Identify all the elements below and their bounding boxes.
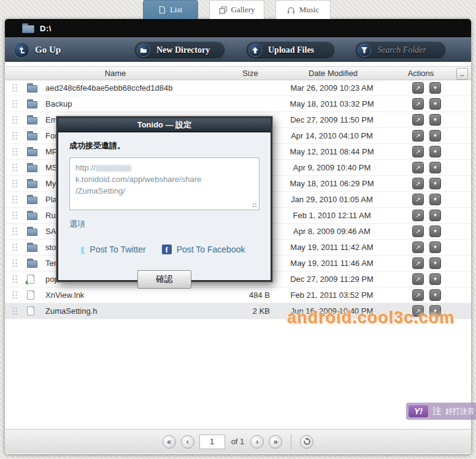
share-button[interactable]: ↗: [412, 82, 424, 94]
share-button[interactable]: ↗: [412, 226, 424, 237]
go-up-label: Go Up: [35, 45, 61, 55]
tab-label: Gallery: [231, 5, 255, 15]
share-button[interactable]: ↗: [412, 210, 424, 221]
file-date: May 18, 2011 06:29 PM: [274, 179, 390, 188]
expand-columns-icon[interactable]: ↔: [456, 68, 468, 80]
next-page-button[interactable]: ›: [250, 435, 264, 449]
row-actions: ↗▼: [390, 98, 471, 110]
post-to-facebook-link[interactable]: f Post To Facebook: [162, 245, 245, 254]
drag-handle-icon[interactable]: [12, 259, 17, 268]
table-row[interactable]: XnView.lnk484 BFeb 21, 2011 03:52 PM↗▼: [5, 287, 471, 303]
table-row[interactable]: BackupMay 18, 2011 03:32 PM↗▼: [5, 96, 471, 112]
share-button[interactable]: ↗: [412, 273, 424, 285]
post-to-facebook-label: Post To Facebook: [177, 245, 245, 254]
post-to-twitter-link[interactable]: t Post To Twitter: [80, 245, 146, 254]
drag-handle-icon[interactable]: [12, 131, 17, 140]
file-name: Backup: [42, 99, 225, 108]
download-button[interactable]: ▼: [429, 226, 441, 237]
download-button[interactable]: ▼: [429, 257, 441, 269]
download-button[interactable]: ▼: [429, 289, 441, 301]
download-button[interactable]: ▼: [429, 130, 441, 142]
row-actions: ↗▼: [390, 178, 471, 189]
download-button[interactable]: ▼: [429, 98, 441, 110]
drag-handle-icon[interactable]: [12, 195, 17, 204]
folder-icon: [27, 229, 37, 236]
column-header-date[interactable]: Date Modified: [275, 69, 391, 78]
upload-files-button[interactable]: Upload Files: [245, 41, 336, 59]
drag-handle-icon[interactable]: [12, 115, 17, 124]
drag-handle-icon[interactable]: [12, 227, 17, 236]
resize-grip-icon[interactable]: [252, 203, 257, 208]
screen: List Gallery Music D:\ Go Up: [0, 0, 476, 459]
go-up-button[interactable]: Go Up: [13, 42, 61, 58]
page-number-input[interactable]: [199, 434, 225, 449]
folder-icon: [22, 25, 34, 33]
drag-handle-icon[interactable]: [12, 83, 17, 93]
dialog-titlebar[interactable]: Tonido — 設定: [58, 118, 271, 132]
row-actions: ↗▼: [390, 130, 471, 142]
download-button[interactable]: ▼: [429, 114, 441, 126]
drag-handle-icon[interactable]: [12, 147, 17, 156]
drag-handle-icon[interactable]: [12, 290, 17, 300]
drag-handle-icon[interactable]: [12, 179, 17, 188]
row-actions: ↗▼: [390, 273, 471, 285]
folder-icon: [27, 133, 37, 140]
facebook-icon: f: [162, 245, 172, 254]
row-actions: ↗▼: [390, 226, 471, 237]
ime-mode: 注: [432, 406, 442, 417]
last-page-button[interactable]: »: [269, 435, 282, 449]
share-button[interactable]: ↗: [412, 130, 424, 142]
share-button[interactable]: ↗: [412, 162, 424, 173]
search-folder-label: Search Folder: [377, 45, 426, 55]
download-button[interactable]: ▼: [429, 194, 441, 205]
share-button[interactable]: ↗: [412, 178, 424, 189]
drag-handle-icon[interactable]: [12, 99, 17, 108]
yahoo-icon[interactable]: Y!: [408, 404, 429, 418]
download-button[interactable]: ▼: [429, 178, 441, 189]
search-folder-button[interactable]: Search Folder: [355, 41, 447, 59]
share-button[interactable]: ↗: [412, 289, 424, 301]
table-row[interactable]: aed248c6fe4bae5ebb68ccfed1d84bMar 26, 20…: [5, 80, 471, 96]
drag-handle-icon[interactable]: [12, 306, 17, 316]
dialog-body: 成功接受邀請。 http://k.tonidoid.com/app/websha…: [58, 132, 271, 289]
share-button[interactable]: ↗: [412, 114, 424, 126]
row-actions: ↗▼: [390, 210, 471, 221]
share-url-textarea[interactable]: http://k.tonidoid.com/app/webshare/share…: [69, 157, 259, 210]
file-icon: [27, 290, 34, 300]
upload-icon: [248, 44, 262, 57]
tab-list[interactable]: List: [143, 0, 198, 19]
options-link[interactable]: 選項: [69, 219, 85, 230]
download-button[interactable]: ▼: [429, 162, 441, 173]
tab-gallery[interactable]: Gallery: [209, 0, 264, 19]
download-button[interactable]: ▼: [429, 146, 441, 157]
column-header-size[interactable]: Size: [226, 69, 275, 78]
column-header-name[interactable]: Name: [5, 69, 226, 78]
drag-handle-icon[interactable]: [12, 163, 17, 172]
download-button[interactable]: ▼: [429, 273, 441, 285]
new-directory-button[interactable]: New Directory: [134, 41, 226, 59]
drag-handle-icon[interactable]: [12, 275, 17, 284]
file-size: 484 B: [225, 290, 274, 300]
prev-page-button[interactable]: ‹: [181, 435, 194, 449]
view-tabbar: List Gallery Music: [143, 0, 331, 19]
folder-icon: [27, 260, 37, 268]
folder-icon: [27, 149, 37, 156]
share-button[interactable]: ↗: [412, 194, 424, 205]
document-icon: [159, 6, 166, 14]
share-url-host: k.tonidoid.com/app/webshare/share: [75, 175, 201, 184]
download-button[interactable]: ▼: [429, 241, 441, 253]
row-actions: ↗▼: [390, 257, 471, 269]
file-date: Dec 27, 2009 11:50 PM: [274, 115, 390, 124]
drag-handle-icon[interactable]: [12, 243, 17, 252]
share-button[interactable]: ↗: [412, 241, 424, 253]
refresh-button[interactable]: [300, 435, 313, 449]
first-page-button[interactable]: «: [163, 435, 176, 449]
confirm-button[interactable]: 確認: [137, 270, 191, 289]
download-button[interactable]: ▼: [429, 210, 441, 221]
tab-music[interactable]: Music: [275, 0, 331, 19]
drag-handle-icon[interactable]: [12, 211, 17, 220]
download-button[interactable]: ▼: [429, 82, 441, 94]
share-button[interactable]: ↗: [412, 257, 424, 269]
share-button[interactable]: ↗: [412, 98, 424, 110]
share-button[interactable]: ↗: [412, 146, 424, 157]
